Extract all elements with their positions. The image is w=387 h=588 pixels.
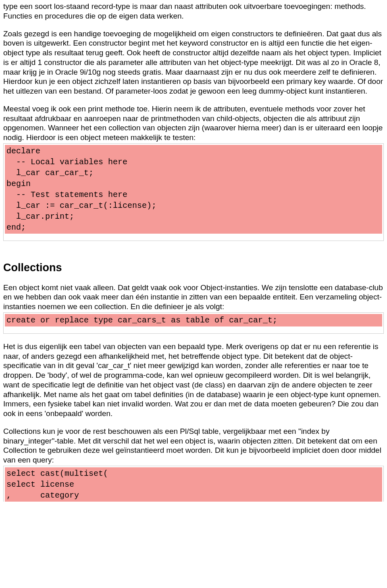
code-example: create or replace type car_cars_t as tab…: [3, 312, 384, 334]
code-spacer: [5, 326, 382, 332]
body-paragraph: Zoals gezegd is een handige toevoeging d…: [3, 29, 384, 96]
body-paragraph: type een soort los-staand record-type is…: [3, 2, 384, 21]
section-heading-collections: Collections: [3, 261, 384, 275]
body-paragraph: Het is dus eigenlijk een tabel van objec…: [3, 342, 384, 419]
body-paragraph: Een object komt niet vaak alleen. Dat ge…: [3, 283, 384, 312]
code-content: create or replace type car_cars_t as tab…: [5, 314, 382, 326]
body-paragraph: Meestal voeg ik ook een print methode to…: [3, 104, 384, 142]
body-paragraph: Collections kun je voor de rest beschouw…: [3, 427, 384, 465]
code-content: select cast(multiset( select license , c…: [5, 467, 382, 502]
code-example: declare -- Local variables here l_car ca…: [3, 143, 384, 241]
code-spacer: [5, 234, 382, 239]
code-example: select cast(multiset( select license , c…: [3, 466, 384, 502]
code-content: declare -- Local variables here l_car ca…: [5, 145, 382, 234]
